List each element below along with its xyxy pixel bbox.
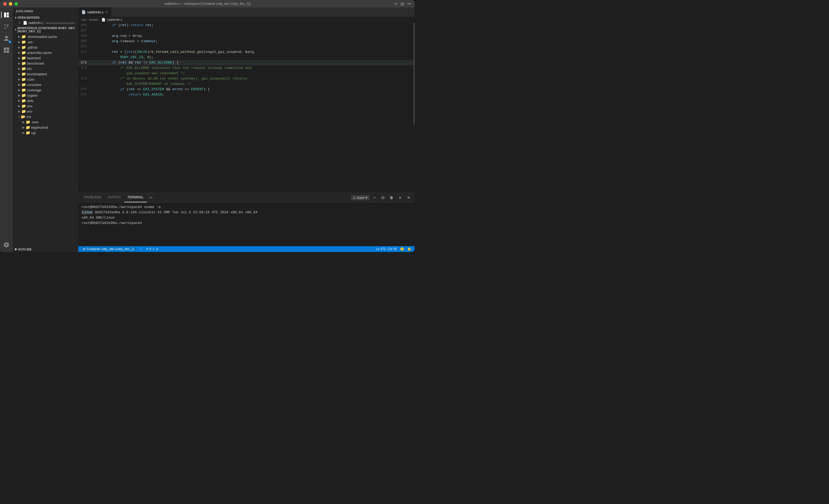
activity-explorer[interactable] [1, 10, 12, 20]
terminal-line-2: Linux 8bb57e62e96a 4.9.184-linuxkit #1 S… [81, 210, 411, 215]
tree-item-benchmark[interactable]: ▶ 📁 benchmark [13, 61, 78, 66]
file-tree: ▶ 📁 .downloaded-cache ▶ 📁 .ext ▶ 📁 .gith… [13, 34, 78, 246]
tree-item-github[interactable]: ▶ 📁 .github [13, 45, 78, 50]
code-line-369: 369 arg.timeout = timeout; [78, 39, 414, 44]
line-content: arg.timeout = timeout; [91, 39, 414, 44]
open-editors-header[interactable]: ▾ OPEN EDITORS [13, 15, 78, 20]
status-errors[interactable]: ✕ 0 ⚠ 0 [145, 246, 159, 252]
window-controls[interactable] [3, 2, 18, 6]
breadcrumb-file[interactable]: 📄 raddrinfo.c [102, 18, 122, 22]
tree-item-cgi[interactable]: ▶ 📁 cgi [13, 130, 78, 135]
status-position[interactable]: Ln 372, Col 30 [375, 247, 398, 251]
terminal-content[interactable]: root@8bb57e62e96a:/workspace# uname -a L… [78, 202, 414, 246]
panel-tab-terminal[interactable]: TERMINAL [124, 193, 147, 202]
editor-tab-raddrinfo[interactable]: 📄 raddrinfo.c ✕ [78, 7, 111, 16]
panel-more-icon: ••• [149, 196, 153, 200]
tree-item-bigdecimal[interactable]: ▶ 📁 bigdecimal [13, 125, 78, 130]
line-number [78, 71, 91, 76]
activity-source-control[interactable] [1, 22, 12, 32]
activity-debug[interactable]: ● [1, 33, 12, 44]
tree-item-ext-hidden[interactable]: ▶ 📁 .ext [13, 39, 78, 45]
tab-close-icon[interactable]: ✕ [105, 10, 108, 14]
c-file-icon: 📄 [81, 10, 86, 14]
panel-close-button[interactable]: ✕ [405, 194, 412, 201]
folder-open-icon: 📂 [21, 115, 25, 119]
line-number: 369 [78, 39, 91, 44]
svg-rect-5 [4, 50, 6, 53]
minimize-button[interactable] [9, 2, 12, 6]
close-button[interactable] [3, 2, 7, 6]
explorer-header: EXPLORER [13, 7, 78, 15]
svg-rect-4 [7, 47, 9, 50]
status-git[interactable]: ⑂ [139, 246, 143, 252]
new-terminal-button[interactable]: ＋ [371, 194, 378, 201]
tree-item-enc[interactable]: ▶ 📁 enc [13, 109, 78, 114]
folder-icon: 📁 [22, 77, 26, 81]
split-editor-icon[interactable]: ⇄ [394, 2, 397, 6]
terminal-selector-dropdown[interactable]: 1: bash ▾ [351, 195, 370, 200]
remote-label: Container ruby_dev (ruby_dev_1) [86, 247, 134, 251]
tree-item-bin[interactable]: ▶ 📁 bin [13, 66, 78, 71]
breadcrumb-socket[interactable]: socket [89, 18, 98, 22]
folder-icon: 📁 [26, 120, 30, 124]
svg-rect-6 [7, 50, 9, 53]
panel-actions: 1: bash ▾ ＋ ⊟ 🗑 ∧ [351, 194, 412, 201]
open-editor-item[interactable]: ✕ 📄 raddrinfo.c /workspace/ext/socket [13, 20, 78, 25]
line-number: 373 [78, 66, 91, 71]
terminal-line-4: root@8bb57e62e96a:/workspace# [81, 221, 411, 226]
activity-settings[interactable] [1, 239, 12, 250]
tree-item-coverage[interactable]: ▶ 📁 coverage [13, 87, 78, 93]
sidebar-toggle-icon[interactable]: ▤ [401, 2, 404, 6]
line-number: 376 [78, 92, 91, 98]
tree-item-bootstraptest[interactable]: ▶ 📁 bootstraptest [13, 71, 78, 77]
tree-item-test[interactable]: ▶ 📁 -test- [13, 119, 78, 125]
outline-header[interactable]: ▶ OUTLINE [13, 246, 78, 252]
app-container: ● EXPLORER ▾ OPEN EDITORS ✕ 📄 raddrinfo.… [0, 7, 414, 252]
tree-item-autom4te[interactable]: ▶ 📁 autom4te.cache [13, 50, 78, 55]
status-right: Ln 372, Col 30 🙂 🔔 [375, 247, 412, 251]
line-content: if (ret == EAI_SYSTEM && errno == ENOENT… [91, 87, 414, 92]
status-notification[interactable]: 🔔 [406, 247, 412, 251]
panel-tabs: PROBLEMS OUTPUT TERMINAL ••• 1: bash ▾ [78, 193, 414, 202]
titlebar: raddrinfo.c — workspace [Container ruby_… [0, 0, 414, 7]
more-actions-icon[interactable]: ••• [407, 2, 411, 6]
terminal-selector-label: 1: bash [353, 196, 365, 200]
tree-item-defs[interactable]: ▶ 📁 defs [13, 98, 78, 103]
close-editor-icon[interactable]: ✕ [18, 21, 21, 25]
tree-item-ext[interactable]: ▾ 📂 ext [13, 114, 78, 119]
breadcrumb: ext › socket › 📄 raddrinfo.c [78, 17, 414, 23]
panel-tab-problems[interactable]: PROBLEMS [80, 193, 105, 202]
remote-indicator[interactable]: ⇄ Container ruby_dev (ruby_dev_1) [80, 246, 137, 252]
remote-icon: ⇄ [82, 247, 85, 251]
kill-terminal-button[interactable]: 🗑 [388, 194, 395, 201]
tree-item-basictest[interactable]: ▶ 📁 basictest [13, 55, 78, 61]
status-smiley[interactable]: 🙂 [399, 247, 405, 251]
panel-tab-output[interactable]: OUTPUT [105, 193, 124, 202]
panel-more-actions[interactable]: ••• [147, 196, 155, 200]
panel-maximize-button[interactable]: ∧ [396, 194, 404, 201]
split-terminal-button[interactable]: ⊟ [379, 194, 387, 201]
warning-icon: ⚠ [152, 247, 155, 251]
trash-icon: 🗑 [390, 195, 393, 200]
folder-icon: 📁 [26, 125, 30, 129]
breadcrumb-ext[interactable]: ext [81, 18, 86, 22]
line-content: if (ret && ret != EAI_ALLDONE) { [91, 60, 414, 66]
tree-item-doc[interactable]: ▶ 📁 doc [13, 103, 78, 109]
plus-icon: ＋ [372, 195, 376, 200]
scrollbar-thumb[interactable] [414, 23, 414, 125]
workspace-chevron: ▾ [15, 28, 16, 31]
code-editor[interactable]: 366 if (ret) return ret; 367 368 arg.req… [78, 23, 414, 193]
folder-icon: 📁 [22, 50, 26, 55]
editor-area: 📄 raddrinfo.c ✕ ext › socket › 📄 raddrin… [78, 7, 414, 252]
activity-extensions[interactable] [1, 45, 12, 55]
tree-item-cygwin[interactable]: ▶ 📁 cygwin [13, 93, 78, 98]
folder-icon: 📁 [22, 67, 26, 71]
tree-item-ccan[interactable]: ▶ 📁 ccan [13, 77, 78, 82]
code-line-370: 370 [78, 44, 414, 49]
position-label: Ln 372, Col 30 [376, 247, 397, 251]
tree-item-downloaded-cache[interactable]: ▶ 📁 .downloaded-cache [13, 34, 78, 39]
maximize-button[interactable] [14, 2, 18, 6]
workspace-header[interactable]: ▾ WORKSPACE [CONTAINER RUBY_DEV (RUBY_DE… [13, 25, 78, 34]
tree-item-coroutine[interactable]: ▶ 📁 coroutine [13, 82, 78, 87]
activity-bar-bottom [1, 239, 12, 252]
